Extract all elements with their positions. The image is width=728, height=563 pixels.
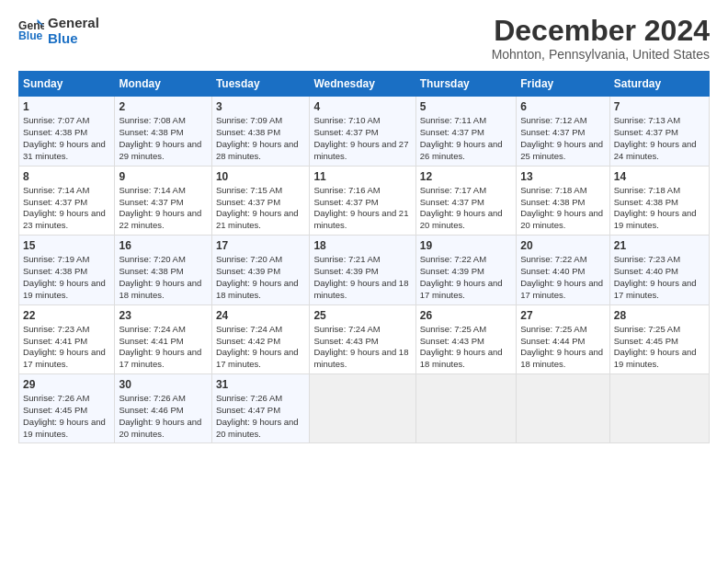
daylight: Daylight: 9 hours and 18 minutes. <box>119 278 201 300</box>
col-sunday: Sunday <box>19 72 115 97</box>
sunset: Sunset: 4:37 PM <box>216 197 280 207</box>
daylight: Daylight: 9 hours and 27 minutes. <box>313 139 408 161</box>
daylight: Daylight: 9 hours and 21 minutes. <box>313 208 408 230</box>
daylight: Daylight: 9 hours and 24 minutes. <box>614 139 697 161</box>
day-number: 14 <box>614 169 705 184</box>
sunset: Sunset: 4:46 PM <box>119 405 183 415</box>
sunrise: Sunrise: 7:22 AM <box>420 254 486 264</box>
table-cell: 10Sunrise: 7:15 AMSunset: 4:37 PMDayligh… <box>211 166 310 235</box>
month-title: December 2024 <box>492 15 710 47</box>
sunset: Sunset: 4:41 PM <box>23 336 87 346</box>
daylight: Daylight: 9 hours and 17 minutes. <box>420 278 503 300</box>
calendar-row: 22Sunrise: 7:23 AMSunset: 4:41 PMDayligh… <box>19 304 710 373</box>
sunset: Sunset: 4:42 PM <box>216 336 280 346</box>
day-number: 17 <box>216 238 306 253</box>
table-cell: 2Sunrise: 7:08 AMSunset: 4:38 PMDaylight… <box>115 97 211 166</box>
sunrise: Sunrise: 7:12 AM <box>520 115 586 125</box>
daylight: Daylight: 9 hours and 22 minutes. <box>119 208 201 230</box>
svg-text:Blue: Blue <box>18 30 43 43</box>
table-cell: 21Sunrise: 7:23 AMSunset: 4:40 PMDayligh… <box>609 236 709 304</box>
sunrise: Sunrise: 7:25 AM <box>614 324 680 334</box>
sunset: Sunset: 4:40 PM <box>520 266 585 276</box>
table-cell: 22Sunrise: 7:23 AMSunset: 4:41 PMDayligh… <box>19 304 115 373</box>
sunrise: Sunrise: 7:26 AM <box>216 393 282 403</box>
sunset: Sunset: 4:38 PM <box>614 197 678 207</box>
day-number: 6 <box>520 99 605 114</box>
daylight: Daylight: 9 hours and 19 minutes. <box>614 347 697 369</box>
day-number: 12 <box>420 169 512 184</box>
day-number: 1 <box>23 99 110 114</box>
sunrise: Sunrise: 7:15 AM <box>216 185 282 195</box>
table-cell: 25Sunrise: 7:24 AMSunset: 4:43 PMDayligh… <box>310 304 415 373</box>
day-number: 22 <box>23 308 110 323</box>
sunset: Sunset: 4:38 PM <box>520 197 585 207</box>
sunset: Sunset: 4:39 PM <box>313 266 378 276</box>
calendar-page: General Blue General Blue December 2024 … <box>0 0 728 563</box>
table-cell: 13Sunrise: 7:18 AMSunset: 4:38 PMDayligh… <box>517 166 609 235</box>
sunrise: Sunrise: 7:26 AM <box>23 393 89 403</box>
logo-line2: Blue <box>48 30 99 46</box>
daylight: Daylight: 9 hours and 18 minutes. <box>216 278 299 300</box>
sunset: Sunset: 4:37 PM <box>313 197 378 207</box>
table-cell: 8Sunrise: 7:14 AMSunset: 4:37 PMDaylight… <box>19 166 115 235</box>
sunset: Sunset: 4:37 PM <box>520 127 585 137</box>
sunrise: Sunrise: 7:21 AM <box>313 254 380 264</box>
sunrise: Sunrise: 7:08 AM <box>119 115 185 125</box>
day-number: 31 <box>216 377 306 392</box>
daylight: Daylight: 9 hours and 20 minutes. <box>420 208 503 230</box>
daylight: Daylight: 9 hours and 19 minutes. <box>614 208 697 230</box>
daylight: Daylight: 9 hours and 18 minutes. <box>520 347 603 369</box>
sunset: Sunset: 4:43 PM <box>420 336 484 346</box>
day-number: 3 <box>216 99 306 114</box>
sunrise: Sunrise: 7:11 AM <box>420 115 486 125</box>
daylight: Daylight: 9 hours and 17 minutes. <box>23 347 106 369</box>
table-cell: 20Sunrise: 7:22 AMSunset: 4:40 PMDayligh… <box>517 236 609 304</box>
sunset: Sunset: 4:37 PM <box>23 197 87 207</box>
sunrise: Sunrise: 7:23 AM <box>614 254 680 264</box>
table-cell: 30Sunrise: 7:26 AMSunset: 4:46 PMDayligh… <box>115 373 211 442</box>
day-number: 20 <box>520 238 605 253</box>
page-header: General Blue General Blue December 2024 … <box>18 15 710 62</box>
daylight: Daylight: 9 hours and 18 minutes. <box>420 347 503 369</box>
table-cell: 11Sunrise: 7:16 AMSunset: 4:37 PMDayligh… <box>310 166 415 235</box>
table-cell <box>517 373 609 442</box>
daylight: Daylight: 9 hours and 19 minutes. <box>23 417 106 439</box>
daylight: Daylight: 9 hours and 18 minutes. <box>313 278 408 300</box>
sunset: Sunset: 4:43 PM <box>313 336 378 346</box>
table-cell: 23Sunrise: 7:24 AMSunset: 4:41 PMDayligh… <box>115 304 211 373</box>
sunrise: Sunrise: 7:09 AM <box>216 115 282 125</box>
sunrise: Sunrise: 7:13 AM <box>614 115 680 125</box>
sunset: Sunset: 4:37 PM <box>119 197 183 207</box>
day-number: 26 <box>420 308 512 323</box>
title-block: December 2024 Mohnton, Pennsylvania, Uni… <box>492 15 710 62</box>
logo-icon: General Blue <box>18 17 44 43</box>
table-cell: 24Sunrise: 7:24 AMSunset: 4:42 PMDayligh… <box>211 304 310 373</box>
daylight: Daylight: 9 hours and 17 minutes. <box>119 347 201 369</box>
sunset: Sunset: 4:45 PM <box>614 336 678 346</box>
daylight: Daylight: 9 hours and 19 minutes. <box>23 278 106 300</box>
sunrise: Sunrise: 7:07 AM <box>23 115 89 125</box>
col-saturday: Saturday <box>609 72 709 97</box>
day-number: 19 <box>420 238 512 253</box>
sunrise: Sunrise: 7:16 AM <box>313 185 380 195</box>
table-cell: 4Sunrise: 7:10 AMSunset: 4:37 PMDaylight… <box>310 97 415 166</box>
daylight: Daylight: 9 hours and 20 minutes. <box>216 417 299 439</box>
day-number: 7 <box>614 99 705 114</box>
table-cell: 17Sunrise: 7:20 AMSunset: 4:39 PMDayligh… <box>211 236 310 304</box>
daylight: Daylight: 9 hours and 21 minutes. <box>216 208 299 230</box>
sunrise: Sunrise: 7:19 AM <box>23 254 89 264</box>
table-cell: 1Sunrise: 7:07 AMSunset: 4:38 PMDaylight… <box>19 97 115 166</box>
table-cell: 28Sunrise: 7:25 AMSunset: 4:45 PMDayligh… <box>609 304 709 373</box>
table-cell: 7Sunrise: 7:13 AMSunset: 4:37 PMDaylight… <box>609 97 709 166</box>
day-number: 16 <box>119 238 207 253</box>
day-number: 5 <box>420 99 512 114</box>
table-cell: 15Sunrise: 7:19 AMSunset: 4:38 PMDayligh… <box>19 236 115 304</box>
header-row: Sunday Monday Tuesday Wednesday Thursday… <box>19 72 710 97</box>
sunset: Sunset: 4:40 PM <box>614 266 678 276</box>
sunrise: Sunrise: 7:25 AM <box>420 324 486 334</box>
daylight: Daylight: 9 hours and 20 minutes. <box>119 417 201 439</box>
calendar-row: 1Sunrise: 7:07 AMSunset: 4:38 PMDaylight… <box>19 97 710 166</box>
table-cell: 18Sunrise: 7:21 AMSunset: 4:39 PMDayligh… <box>310 236 415 304</box>
daylight: Daylight: 9 hours and 29 minutes. <box>119 139 201 161</box>
day-number: 13 <box>520 169 605 184</box>
